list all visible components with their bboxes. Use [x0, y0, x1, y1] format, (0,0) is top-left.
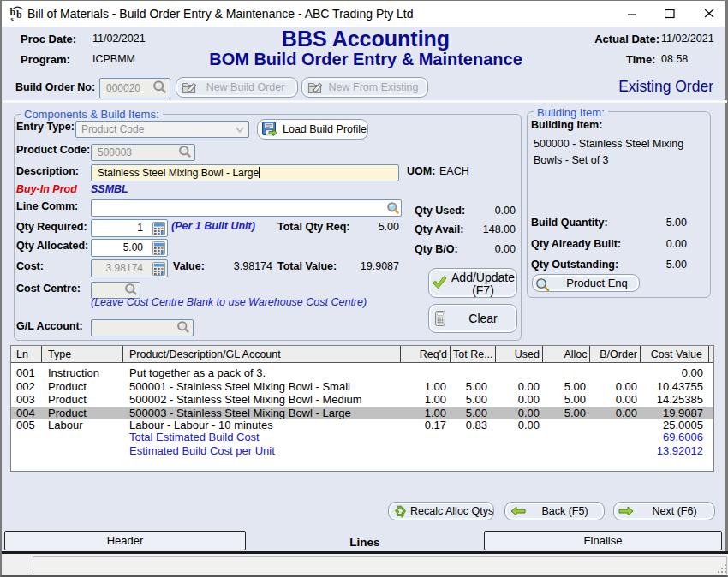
svg-text:b: b — [16, 9, 22, 21]
